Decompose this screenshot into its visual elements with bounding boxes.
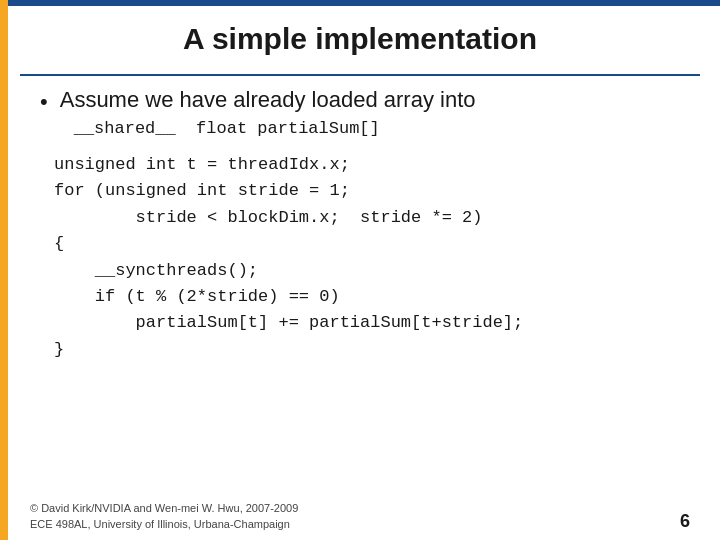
bullet-text: Assume we have already loaded array into [60,87,476,112]
slide-title: A simple implementation [30,22,690,56]
top-accent-bar [0,0,720,6]
shared-code-line: __shared__ float partialSum[] [74,116,476,142]
footer-line1: © David Kirk/NVIDIA and Wen-mei W. Hwu, … [30,501,298,516]
code-line-2: for (unsigned int stride = 1; [54,178,690,204]
code-line-5: __syncthreads(); [54,258,690,284]
code-block: unsigned int t = threadIdx.x; for (unsig… [54,152,690,363]
code-line-7: partialSum[t] += partialSum[t+stride]; [54,310,690,336]
bullet-dot: • [40,87,48,118]
title-divider [20,74,700,76]
footer-line2: ECE 498AL, University of Illinois, Urban… [30,517,298,532]
slide: A simple implementation • Assume we have… [0,0,720,540]
bullet-content: Assume we have already loaded array into… [60,85,476,142]
footer: © David Kirk/NVIDIA and Wen-mei W. Hwu, … [30,501,690,532]
bullet-item: • Assume we have already loaded array in… [40,85,690,142]
code-line-3: stride < blockDim.x; stride *= 2) [54,205,690,231]
page-number: 6 [680,511,690,532]
footer-left: © David Kirk/NVIDIA and Wen-mei W. Hwu, … [30,501,298,532]
left-accent-bar [0,0,8,540]
code-line-1: unsigned int t = threadIdx.x; [54,152,690,178]
code-line-6: if (t % (2*stride) == 0) [54,284,690,310]
content-area: • Assume we have already loaded array in… [40,85,690,480]
code-line-4: { [54,231,690,257]
code-line-8: } [54,337,690,363]
